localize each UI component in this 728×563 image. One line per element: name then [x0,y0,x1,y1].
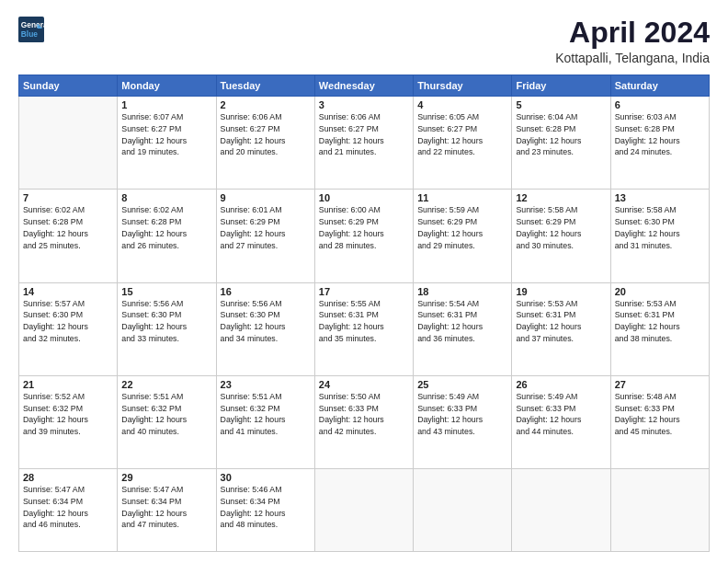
day-number: 5 [516,99,606,110]
day-number: 10 [319,192,409,203]
day-number: 14 [23,286,113,297]
table-row: 17Sunrise: 5:55 AM Sunset: 6:31 PM Dayli… [314,282,413,375]
day-info: Sunrise: 5:49 AM Sunset: 6:33 PM Dayligh… [417,391,507,438]
logo: General Blue [18,17,44,42]
table-row: 3Sunrise: 6:06 AM Sunset: 6:27 PM Daylig… [314,97,413,190]
day-info: Sunrise: 6:00 AM Sunset: 6:29 PM Dayligh… [319,204,409,251]
day-info: Sunrise: 5:50 AM Sunset: 6:33 PM Dayligh… [319,391,409,438]
day-info: Sunrise: 5:56 AM Sunset: 6:30 PM Dayligh… [221,298,311,345]
table-row: 8Sunrise: 6:02 AM Sunset: 6:28 PM Daylig… [118,190,216,282]
header-row: Sunday Monday Tuesday Wednesday Thursday… [19,75,710,97]
table-row: 28Sunrise: 5:47 AM Sunset: 6:34 PM Dayli… [19,469,118,552]
day-info: Sunrise: 5:57 AM Sunset: 6:30 PM Dayligh… [23,298,113,345]
col-wednesday: Wednesday [314,75,413,97]
day-number: 2 [221,99,311,110]
day-number: 23 [221,379,311,390]
table-row: 21Sunrise: 5:52 AM Sunset: 6:32 PM Dayli… [19,375,118,468]
day-info: Sunrise: 5:47 AM Sunset: 6:34 PM Dayligh… [121,484,211,531]
table-row: 5Sunrise: 6:04 AM Sunset: 6:28 PM Daylig… [512,97,610,190]
table-row: 18Sunrise: 5:54 AM Sunset: 6:31 PM Dayli… [414,282,512,375]
table-row: 24Sunrise: 5:50 AM Sunset: 6:33 PM Dayli… [314,375,413,468]
col-monday: Monday [118,75,216,97]
table-row [314,469,413,552]
day-number: 4 [417,99,507,110]
day-number: 15 [121,286,211,297]
table-row: 30Sunrise: 5:46 AM Sunset: 6:34 PM Dayli… [216,469,314,552]
location: Kottapalli, Telangana, India [555,51,710,65]
day-info: Sunrise: 5:58 AM Sunset: 6:30 PM Dayligh… [615,204,705,251]
table-row: 27Sunrise: 5:48 AM Sunset: 6:33 PM Dayli… [610,375,709,468]
table-row: 13Sunrise: 5:58 AM Sunset: 6:30 PM Dayli… [610,190,709,282]
day-info: Sunrise: 5:46 AM Sunset: 6:34 PM Dayligh… [221,484,311,531]
day-number: 24 [319,379,409,390]
col-tuesday: Tuesday [216,75,314,97]
day-info: Sunrise: 6:01 AM Sunset: 6:29 PM Dayligh… [221,204,311,251]
table-row: 25Sunrise: 5:49 AM Sunset: 6:33 PM Dayli… [414,375,512,468]
day-number: 27 [615,379,705,390]
day-number: 3 [319,99,409,110]
day-info: Sunrise: 5:47 AM Sunset: 6:34 PM Dayligh… [23,484,113,531]
day-info: Sunrise: 6:05 AM Sunset: 6:27 PM Dayligh… [417,111,507,158]
day-info: Sunrise: 6:02 AM Sunset: 6:28 PM Dayligh… [23,204,113,251]
table-row [512,469,610,552]
day-number: 8 [121,192,211,203]
table-row: 6Sunrise: 6:03 AM Sunset: 6:28 PM Daylig… [610,97,709,190]
table-row: 23Sunrise: 5:51 AM Sunset: 6:32 PM Dayli… [216,375,314,468]
day-number: 19 [516,286,606,297]
day-info: Sunrise: 6:02 AM Sunset: 6:28 PM Dayligh… [121,204,211,251]
col-sunday: Sunday [19,75,118,97]
day-number: 30 [221,472,311,483]
table-row: 11Sunrise: 5:59 AM Sunset: 6:29 PM Dayli… [414,190,512,282]
day-info: Sunrise: 5:56 AM Sunset: 6:30 PM Dayligh… [121,298,211,345]
header: General Blue April 2024 Kottapalli, Tela… [18,17,710,65]
day-number: 16 [221,286,311,297]
table-row: 4Sunrise: 6:05 AM Sunset: 6:27 PM Daylig… [414,97,512,190]
table-row: 1Sunrise: 6:07 AM Sunset: 6:27 PM Daylig… [118,97,216,190]
table-row: 14Sunrise: 5:57 AM Sunset: 6:30 PM Dayli… [19,282,118,375]
day-number: 18 [417,286,507,297]
day-info: Sunrise: 5:52 AM Sunset: 6:32 PM Dayligh… [23,391,113,438]
day-number: 20 [615,286,705,297]
col-saturday: Saturday [610,75,709,97]
title-block: April 2024 Kottapalli, Telangana, India [555,17,710,65]
table-row: 9Sunrise: 6:01 AM Sunset: 6:29 PM Daylig… [216,190,314,282]
day-info: Sunrise: 5:54 AM Sunset: 6:31 PM Dayligh… [417,298,507,345]
day-info: Sunrise: 5:53 AM Sunset: 6:31 PM Dayligh… [516,298,606,345]
day-info: Sunrise: 5:55 AM Sunset: 6:31 PM Dayligh… [319,298,409,345]
svg-text:Blue: Blue [21,29,38,39]
day-number: 29 [121,472,211,483]
col-thursday: Thursday [414,75,512,97]
day-number: 9 [221,192,311,203]
day-info: Sunrise: 5:58 AM Sunset: 6:29 PM Dayligh… [516,204,606,251]
day-number: 17 [319,286,409,297]
day-number: 21 [23,379,113,390]
day-number: 25 [417,379,507,390]
table-row: 26Sunrise: 5:49 AM Sunset: 6:33 PM Dayli… [512,375,610,468]
day-info: Sunrise: 5:49 AM Sunset: 6:33 PM Dayligh… [516,391,606,438]
day-info: Sunrise: 6:06 AM Sunset: 6:27 PM Dayligh… [221,111,311,158]
day-number: 13 [615,192,705,203]
day-info: Sunrise: 5:51 AM Sunset: 6:32 PM Dayligh… [121,391,211,438]
table-row: 22Sunrise: 5:51 AM Sunset: 6:32 PM Dayli… [118,375,216,468]
day-info: Sunrise: 6:06 AM Sunset: 6:27 PM Dayligh… [319,111,409,158]
table-row: 16Sunrise: 5:56 AM Sunset: 6:30 PM Dayli… [216,282,314,375]
table-row [414,469,512,552]
table-row: 12Sunrise: 5:58 AM Sunset: 6:29 PM Dayli… [512,190,610,282]
day-info: Sunrise: 6:07 AM Sunset: 6:27 PM Dayligh… [121,111,211,158]
day-info: Sunrise: 6:03 AM Sunset: 6:28 PM Dayligh… [615,111,705,158]
day-number: 1 [121,99,211,110]
table-row: 19Sunrise: 5:53 AM Sunset: 6:31 PM Dayli… [512,282,610,375]
day-number: 28 [23,472,113,483]
logo-icon: General Blue [18,17,44,42]
table-row [610,469,709,552]
table-row [19,97,118,190]
day-number: 22 [121,379,211,390]
day-info: Sunrise: 5:59 AM Sunset: 6:29 PM Dayligh… [417,204,507,251]
col-friday: Friday [512,75,610,97]
day-number: 11 [417,192,507,203]
table-row: 20Sunrise: 5:53 AM Sunset: 6:31 PM Dayli… [610,282,709,375]
page: General Blue April 2024 Kottapalli, Tela… [0,0,728,563]
day-number: 6 [615,99,705,110]
table-row: 2Sunrise: 6:06 AM Sunset: 6:27 PM Daylig… [216,97,314,190]
day-info: Sunrise: 5:53 AM Sunset: 6:31 PM Dayligh… [615,298,705,345]
